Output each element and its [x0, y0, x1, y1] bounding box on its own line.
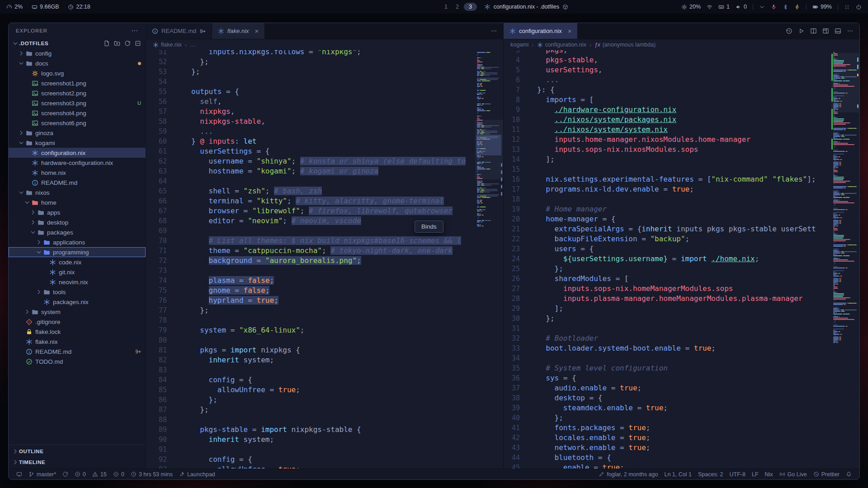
tree-item-screenshot4-png[interactable]: screenshot4.png	[9, 108, 146, 118]
code-line[interactable]: 6 ...	[504, 75, 859, 85]
code-line[interactable]: 11 ../nixos/system/system.nix	[504, 125, 859, 135]
tab-readme-md[interactable]: README.md9+	[146, 23, 212, 39]
panel-button[interactable]	[835, 28, 841, 34]
tree-item-docs[interactable]: docs	[9, 58, 146, 68]
code-line[interactable]: 79 system = "x86_64-linux";	[146, 325, 503, 335]
code-line[interactable]: 91	[146, 445, 503, 455]
code-line[interactable]: 36 sys = {	[504, 373, 859, 383]
code-line[interactable]: 5 userSettings,	[504, 65, 859, 75]
code-line[interactable]: 29 ];	[504, 304, 859, 314]
branch-module[interactable]: master*	[25, 471, 59, 478]
code-line[interactable]: 14 ];	[504, 155, 859, 164]
code-editor[interactable]: 3 pkgs,4 pkgs-stable,5 userSettings,6 ..…	[504, 50, 859, 469]
tree-item-code-nix[interactable]: code.nix	[9, 257, 146, 267]
tree-item-configuration-nix[interactable]: configuration.nix	[9, 148, 146, 158]
code-line[interactable]: 76 hyprland = true;	[146, 296, 503, 305]
minimap[interactable]	[475, 50, 503, 469]
memory-module[interactable]: 9.66GB	[32, 4, 59, 10]
code-line[interactable]: 28 inputs.plasma-manager.homeManagerModu…	[504, 294, 859, 304]
launchpad-module[interactable]: Launchpad	[176, 471, 218, 478]
timeline-section[interactable]: TIMELINE	[9, 457, 146, 468]
code-line[interactable]: 3 pkgs,	[504, 50, 859, 55]
tree-root-dotfiles[interactable]: .DOTFILES	[9, 38, 146, 48]
code-line[interactable]: 8 imports = [	[504, 95, 859, 105]
cursor-position-module[interactable]: Ln 1, Col 1	[661, 471, 694, 478]
ports-module[interactable]: 0	[110, 471, 127, 478]
battery-module[interactable]: 99%	[812, 4, 832, 10]
newfile-button[interactable]	[104, 40, 110, 47]
clock-module[interactable]: 22:18	[68, 4, 90, 10]
code-line[interactable]: 55outputs = {	[146, 87, 503, 97]
workspace-3[interactable]: 3	[464, 3, 477, 11]
code-line[interactable]: 60} @ inputs: let	[146, 136, 503, 146]
tree-item-packages-nix[interactable]: packages.nix	[9, 297, 146, 307]
code-line[interactable]: 63 hostname = "kogami"; # kogami or gino…	[146, 166, 503, 176]
code-line[interactable]: 85 allowUnfree = true;	[146, 385, 503, 395]
code-line[interactable]: 92 config = {	[146, 455, 503, 465]
breadcrumb-item[interactable]: flake.nix	[153, 42, 182, 48]
code-line[interactable]: 25 };	[504, 264, 859, 274]
tree-item-screenshot2-png[interactable]: screenshot2.png	[9, 88, 146, 98]
explorer-more-icon[interactable]: ⋯	[131, 27, 138, 35]
tree-item-ginoza[interactable]: ginoza	[9, 128, 146, 138]
blame-module[interactable]: foglar, 2 months ago	[595, 471, 661, 478]
code-line[interactable]: 84 config = {	[146, 375, 503, 385]
code-line[interactable]: 39 steamdeck.enable = true;	[504, 403, 859, 413]
code-line[interactable]: 86 };	[146, 395, 503, 405]
code-line[interactable]: 35 # System level configuration	[504, 363, 859, 373]
code-line[interactable]: 65 shell = "zsh"; # bash, zsh	[146, 186, 503, 196]
tree-item-applications[interactable]: applications	[9, 237, 146, 247]
code-line[interactable]: 27 inputs.sops-nix.homeManagerModules.so…	[504, 284, 859, 294]
code-line[interactable]: 80	[146, 335, 503, 345]
more-button[interactable]	[491, 28, 497, 34]
code-line[interactable]: 16 nix.settings.experimental-features = …	[504, 174, 859, 184]
tree-item-flake-nix[interactable]: flake.nix	[9, 337, 146, 347]
network-module[interactable]	[707, 4, 712, 10]
workspace-2[interactable]: 2	[453, 4, 462, 10]
code-line[interactable]: 69	[146, 226, 503, 236]
microphone-module[interactable]	[771, 4, 777, 10]
history-button[interactable]	[786, 28, 793, 34]
code-line[interactable]: 42 locales.enable = true;	[504, 433, 859, 443]
code-line[interactable]: 31	[504, 324, 859, 333]
code-line[interactable]: 89 pkgs-stable = import nixpkgs-stable {	[146, 425, 503, 435]
run-button[interactable]	[798, 28, 805, 34]
remote-module[interactable]	[13, 471, 25, 477]
code-line[interactable]: 45 enable = true;	[504, 463, 859, 469]
minimap-viewport[interactable]	[831, 53, 859, 113]
code-line[interactable]: 21 extraSpecialArgs = {inherit inputs pk…	[504, 224, 859, 234]
errors-module[interactable]: 0	[71, 471, 89, 478]
brightness-module[interactable]: 20%	[681, 4, 701, 10]
tree-item-screenshot6-png[interactable]: screenshot6.png	[9, 118, 146, 128]
code-line[interactable]: 24 ${userSettings.username} = import ./h…	[504, 254, 859, 264]
code-line[interactable]: 87 };	[146, 405, 503, 415]
code-line[interactable]: 75 gnome = false;	[146, 286, 503, 296]
code-line[interactable]: 22 backupFileExtension = "backup";	[504, 234, 859, 244]
tree-item-nixos[interactable]: nixos	[9, 188, 146, 197]
code-line[interactable]: 67 browser = "librewolf"; # firefox, lib…	[146, 206, 503, 216]
code-line[interactable]: 44 bluetooth = {	[504, 453, 859, 463]
code-line[interactable]: 12 inputs.home-manager.nixosModules.home…	[504, 135, 859, 145]
tree-item-packages[interactable]: packages	[9, 227, 146, 237]
code-line[interactable]: 26 sharedModules = [	[504, 274, 859, 284]
tree-item-readme-md[interactable]: README.md9+	[9, 347, 146, 357]
power-module[interactable]	[856, 4, 862, 10]
breadcrumb-item[interactable]: …	[190, 42, 196, 48]
tree-item-screenshot3-png[interactable]: screenshot3.pngU	[9, 98, 146, 108]
warnings-module[interactable]: 15	[89, 471, 110, 478]
code-line[interactable]: 74 plasma = false;	[146, 276, 503, 286]
tree-item-gitignore[interactable]: .gitignore	[9, 317, 146, 327]
code-line[interactable]: 7}: {	[504, 85, 859, 95]
code-line[interactable]: 34	[504, 353, 859, 363]
code-line[interactable]: 53};	[146, 67, 503, 77]
code-line[interactable]: 82 inherit system;	[146, 355, 503, 365]
code-line[interactable]: 88	[146, 415, 503, 425]
code-line[interactable]: 33 boot.loader.systemd-boot.enable = tru…	[504, 343, 859, 353]
breadcrumb-item[interactable]: kogami	[510, 42, 528, 48]
workspace-1[interactable]: 1	[441, 4, 451, 10]
code-line[interactable]: 56 self,	[146, 97, 503, 107]
code-line[interactable]: 73	[146, 266, 503, 276]
breadcrumb-item[interactable]: configuration.nix	[537, 42, 586, 48]
tree-item-apps[interactable]: apps	[9, 207, 146, 217]
code-line[interactable]: 23 users = {	[504, 244, 859, 254]
